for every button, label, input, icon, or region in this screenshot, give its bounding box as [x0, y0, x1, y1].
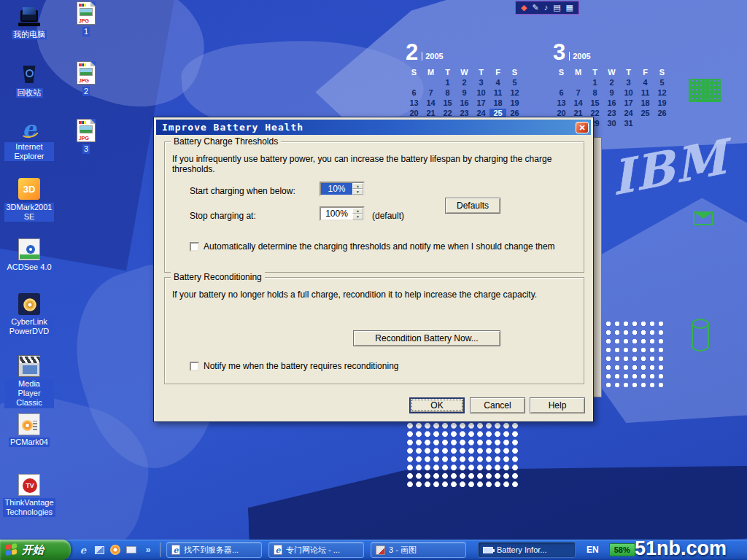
help-button[interactable]: Help: [530, 397, 585, 413]
launcher-app-icon-5[interactable]: ▦: [566, 4, 573, 12]
auto-threshold-row: Automatically determine the charging thr…: [190, 241, 555, 252]
desktop-icon-thinkvantage[interactable]: TV ThinkVantage Technologies: [4, 474, 54, 517]
calendar-weekday: W: [603, 68, 620, 77]
quick-launch-show-desktop-icon[interactable]: [95, 546, 104, 554]
taskbar-task-battery-information[interactable]: Battery Infor...: [478, 542, 576, 558]
calendar-day: 8: [587, 88, 603, 97]
threshold-description: If you infrequently use battery power, y…: [172, 154, 575, 174]
stop-charging-spinner[interactable]: 100% ▲ ▼: [320, 206, 365, 221]
launcher-app-icon-2[interactable]: ✎: [532, 4, 538, 12]
close-icon[interactable]: ✕: [576, 122, 589, 133]
dialog-titlebar[interactable]: Improve Battery Health ✕: [156, 120, 591, 135]
taskbar-task-ie-1[interactable]: e 找不到服务器...: [166, 542, 262, 558]
notify-recondition-label: Notify me when the battery requires reco…: [204, 361, 398, 371]
spinner-down-icon[interactable]: ▼: [352, 214, 363, 219]
desktop-icon-acdsee[interactable]: ACDSee 4.0: [4, 238, 54, 272]
calendar-day: 12: [506, 88, 523, 97]
spinner-up-icon[interactable]: ▲: [352, 208, 363, 214]
calendar-weekday: S: [506, 68, 523, 77]
taskbar-task-paint[interactable]: 3 - 画图: [371, 542, 466, 558]
battery-percentage-indicator[interactable]: 58%: [609, 543, 635, 556]
calendar-day: 2: [603, 78, 620, 87]
calendar-year: 2005: [569, 52, 590, 61]
recycle-bin-icon: [18, 63, 41, 86]
spinner-down-icon[interactable]: ▼: [352, 189, 363, 195]
language-indicator[interactable]: EN: [587, 545, 599, 555]
desktop-icon-my-computer[interactable]: 我的电脑: [4, 4, 54, 39]
calendar-day: 19: [654, 98, 670, 107]
task-label: 专门网论坛 - ...: [286, 545, 340, 556]
desktop-icon-jpg-2[interactable]: JPG 2: [67, 61, 105, 96]
desktop-icon-label: CyberLink PowerDVD: [4, 317, 54, 336]
calendar-day: 1: [587, 78, 603, 87]
start-charging-value[interactable]: 10%: [321, 183, 352, 195]
desktop-icon-powerdvd[interactable]: CyberLink PowerDVD: [4, 293, 54, 336]
calendar-day: 31: [620, 119, 637, 128]
quick-launch-more-icon[interactable]: »: [142, 544, 154, 556]
calendar-day: 8: [439, 88, 456, 97]
internet-explorer-icon: e: [18, 117, 41, 140]
calendar-day: 25: [637, 109, 654, 117]
desktop-icon-recycle-bin[interactable]: 回收站: [4, 63, 54, 98]
calendar-day: 5: [506, 78, 523, 87]
calendar-day: 7: [570, 88, 587, 97]
desktop-icon-jpg-1[interactable]: JPG 1: [67, 1, 105, 36]
calendar-day: 15: [587, 98, 603, 107]
desktop-icon-label: PCMark04: [9, 438, 50, 447]
auto-threshold-checkbox[interactable]: [190, 242, 199, 252]
ie-page-icon: e: [171, 545, 180, 555]
desktop-icon-label: ThinkVantage Technologies: [3, 498, 55, 517]
calendar-day: 16: [456, 98, 473, 107]
taskbar-task-ie-2[interactable]: e 专门网论坛 - ...: [268, 542, 364, 558]
calendar-weekday: T: [439, 68, 456, 77]
calendar-weekday: T: [473, 68, 489, 77]
calendar-day: 12: [654, 88, 670, 97]
desktop-icon-label: 3: [82, 144, 90, 154]
calendar-month-header: 2 2005: [406, 39, 523, 63]
calendar-weekday: S: [406, 68, 422, 77]
calendar-day-empty: [553, 78, 570, 87]
launcher-app-icon-4[interactable]: ▤: [553, 4, 560, 12]
launcher-app-icon-3[interactable]: ♪: [544, 4, 549, 12]
jpg-file-icon: JPG: [77, 1, 96, 25]
calendar-weekday: T: [620, 68, 637, 77]
notify-recondition-row: Notify me when the battery requires reco…: [190, 361, 398, 371]
desktop-icon-internet-explorer[interactable]: e Internet Explorer: [4, 117, 54, 161]
jpg-file-icon: JPG: [77, 119, 96, 142]
quick-launch-media-player-icon[interactable]: [110, 545, 120, 555]
start-button[interactable]: 开始: [0, 540, 71, 560]
calendar-day: 26: [654, 109, 670, 117]
defaults-button[interactable]: Defaults: [445, 198, 500, 214]
desktop-icon-media-player-classic[interactable]: Media Player Classic: [4, 355, 54, 408]
calendar-day: 5: [654, 78, 670, 87]
quick-launch-ie-icon[interactable]: e: [77, 544, 89, 556]
start-charging-spinner[interactable]: 10% ▲ ▼: [320, 182, 365, 196]
calendar-day-empty: [654, 119, 670, 128]
dialog-title: Improve Battery Health: [162, 122, 576, 133]
calendar-day: 2: [456, 78, 473, 87]
system-tray: EN 58%: [587, 540, 635, 560]
calendar-day: 16: [603, 98, 620, 107]
cancel-button[interactable]: Cancel: [470, 397, 525, 413]
recondition-battery-button[interactable]: Recondition Battery Now...: [353, 330, 500, 346]
calendar-day: 30: [603, 119, 620, 128]
wallpaper-keyboard-art: [689, 79, 721, 102]
group-title: Battery Reconditioning: [171, 272, 265, 282]
desktop-icon-3dmark2001[interactable]: 3D 3DMark2001 SE: [4, 177, 54, 222]
calendar-day: 6: [553, 88, 570, 97]
calendar-february: 2 2005 SMTWTFS12345678910111213141516171…: [406, 39, 523, 128]
powerdvd-icon: [18, 293, 40, 315]
desktop-icon-jpg-3[interactable]: JPG 3: [67, 119, 105, 154]
calendar-day: 14: [570, 98, 587, 107]
notify-recondition-checkbox[interactable]: [190, 362, 199, 371]
desktop-launcher-toolbar: ◆ ✎ ♪ ▤ ▦: [515, 1, 579, 15]
spinner-up-icon[interactable]: ▲: [352, 183, 363, 189]
calendar-day: 24: [620, 109, 637, 117]
stop-charging-value[interactable]: 100%: [321, 208, 352, 219]
desktop-icon-pcmark04[interactable]: PCMark04: [4, 413, 54, 447]
desktop-icon-label: 1: [82, 27, 90, 36]
quick-launch-mail-icon[interactable]: [126, 546, 136, 553]
jpg-file-icon: JPG: [77, 61, 96, 85]
launcher-app-icon-1[interactable]: ◆: [521, 4, 527, 12]
ok-button[interactable]: OK: [409, 397, 465, 413]
